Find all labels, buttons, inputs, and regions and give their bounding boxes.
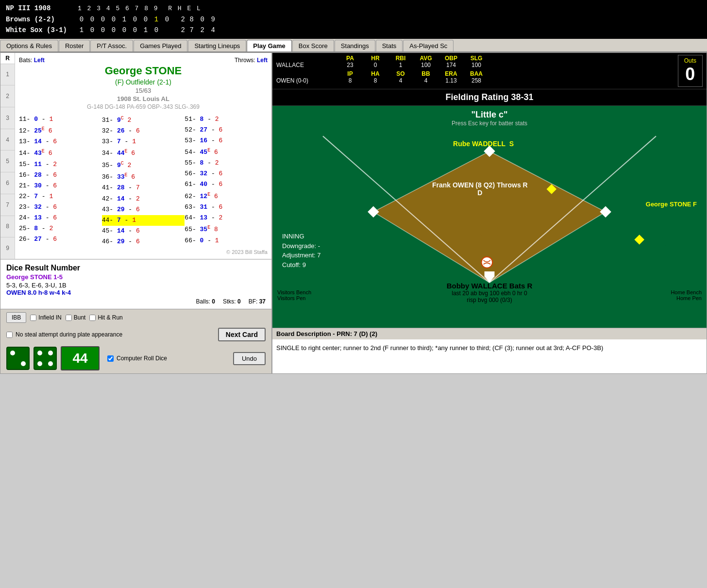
batter-rbi: 1 [391,62,410,68]
dice-result-text: 5-3, 6-3, E-6, 3-U, 1B [6,282,266,289]
pitcher-label: Rube WADDELL S [453,140,514,148]
r-cell-3: 3 [0,107,15,129]
team1-innings: 000010010 [78,14,171,25]
batter-slg: 100 [467,62,486,68]
inning-line1: INNING [282,232,321,241]
tab-as-played[interactable]: As-Played Sc [403,40,454,51]
r-cell-5: 5 [0,151,15,172]
batter-field-label: George STONE F [646,201,697,208]
ibb-button[interactable]: IBB [6,312,26,323]
dice-player: George STONE 1-5 [6,273,266,281]
tab-games-played[interactable]: Games Played [134,40,187,51]
pitcher-bb: 4 [416,77,436,84]
team2-name: White Sox (3-1) [6,25,74,35]
dice-number-display: 44 [61,346,100,370]
svg-point-7 [480,223,498,241]
computer-roll-area[interactable]: Computer Roll Dice [107,355,167,362]
dice-result-title: Dice Result Number [6,264,266,272]
scoreboard: NP III 1908 1 2 3 4 5 6 7 8 9 R H E L Br… [0,0,707,39]
infield-in-input[interactable] [30,315,36,321]
nav-tabs: Options & Rules Roster P/T Assoc. Games … [0,39,707,52]
hit-run-checkbox[interactable]: Hit & Run [89,314,122,321]
outs-number: 0 [684,64,696,84]
card-copyright: © 2023 Bill Staffa [19,249,268,255]
computer-roll-label: Computer Roll Dice [117,355,167,362]
main-content: R 1 2 3 4 5 6 7 8 9 Bats: Left [0,52,707,374]
die-2 [34,347,57,370]
dice-display: 44 Computer Roll Dice Undo [0,343,271,373]
player-team: 1908 St. Louis AL [19,95,268,102]
field-area: "Little c" Press Esc key for batter stat… [272,106,707,328]
player-card: Bats: Left Throws: Left George STONE (F)… [15,53,271,259]
controls-row: IBB Infield IN Bunt Hit & Run [0,309,271,326]
undo-button[interactable]: Undo [233,352,266,365]
die-1 [6,347,30,370]
tab-stats[interactable]: Stats [376,40,403,51]
no-steal-row: No steal attempt during plate appearance… [0,326,271,343]
team2-innings: 10000010 [78,25,171,35]
stks-count: 0 [237,298,241,305]
dice-result-area: Dice Result Number George STONE 1-5 5-3,… [0,259,271,309]
home-bench-label: Home Bench Home Pen [671,289,702,301]
r-cell-1: 1 [0,64,15,86]
computer-roll-checkbox[interactable] [107,355,114,362]
pitcher-era: 1.13 [441,77,461,84]
card-col-1: 11- 0 - 1 12- 25E 6 13- 14 - 6 14- 43E 6… [19,114,102,247]
bunt-checkbox[interactable]: Bunt [66,314,86,321]
batter-detail-name: Bobby WALLACE Bats R [447,282,533,290]
tab-play-game[interactable]: Play Game [247,40,292,51]
team1-name: Browns (2-2) [6,14,74,25]
r-cell-6: 6 [0,172,15,194]
tab-pt-assoc[interactable]: P/T Assoc. [90,40,133,51]
bunt-input[interactable] [66,315,72,321]
r-cell-9: 9 [0,237,15,259]
team2-rhe: 2724 [177,25,217,35]
dice-pitcher: OWEN 8.0 h-8 w-4 k-4 [6,289,266,296]
hit-run-input[interactable] [89,315,96,321]
balls-count: 0 [212,298,215,305]
inning-info: INNING Downgrade: - Adjustment: 7 Cutoff… [282,232,321,269]
fielder-label: Frank OWEN (8 Q2) Throws RD [432,181,528,197]
right-panel: PA HR RBI AVG OBP SLG WALLACE 23 0 1 100… [272,52,707,374]
tab-box-score[interactable]: Box Score [292,40,334,51]
field-title: "Little c" [272,106,707,120]
dice-stats: Balls: 0 Stks: 0 BF: 37 [6,298,266,305]
tab-options[interactable]: Options & Rules [0,40,58,51]
no-steal-checkbox[interactable]: No steal attempt during plate appearance [6,331,122,338]
infield-in-label: Infield IN [38,314,61,321]
throws-info: Throws: Left [235,57,268,64]
pitcher-ha: 8 [366,77,385,84]
batter-name: WALLACE [276,62,335,68]
board-desc-text: SINGLE to right center; runner to 2nd (F… [272,339,707,373]
inning-line2: Downgrade: - [282,241,321,251]
infield-in-checkbox[interactable]: Infield IN [30,314,61,321]
batter-detail-area: Bobby WALLACE Bats R last 20 ab bvg 100 … [447,282,533,303]
team1-rhe: 2809 [177,14,217,25]
next-card-button[interactable]: Next Card [218,328,266,341]
r-header: R [0,53,15,64]
throws-value: Left [257,57,268,64]
card-col-3: 51- 8 - 2 52- 27 - 6 53- 16 - 6 54- 45E … [185,114,268,247]
batter-detail-risp: risp bvg 000 (0/3) [447,297,533,303]
visitors-bench-label: Visitors Bench Visitors Pen [277,289,311,301]
tab-roster[interactable]: Roster [59,40,90,51]
innings-header: 1 2 3 4 5 6 7 8 9 R H E L [78,4,202,14]
bats-value: Left [34,57,45,64]
stats-header: PA HR RBI AVG OBP SLG WALLACE 23 0 1 100… [272,53,707,89]
player-position: (F) Outfielder (2-1) [19,78,268,86]
tab-standings[interactable]: Standings [335,40,375,51]
inning-line4: Cutoff: 9 [282,260,321,270]
card-table: 11- 0 - 1 12- 25E 6 13- 14 - 6 14- 43E 6… [19,114,268,247]
batter-avg: 100 [416,62,436,68]
batter-detail-stats: last 20 ab bvg 100 ebh 0 hr 0 [447,290,533,297]
pitcher-ip: 8 [340,77,360,84]
pitcher-name: OWEN (0-0) [276,77,335,84]
r-cell-8: 8 [0,216,15,238]
hit-run-label: Hit & Run [98,314,122,321]
player-number: 15/63 [19,87,268,94]
no-steal-label: No steal attempt during plate appearance [16,331,122,338]
stats-table: PA HR RBI AVG OBP SLG WALLACE 23 0 1 100… [276,55,486,84]
r-cell-4: 4 [0,129,15,151]
no-steal-input[interactable] [6,332,13,338]
tab-starting-lineups[interactable]: Starting Lineups [188,40,246,51]
